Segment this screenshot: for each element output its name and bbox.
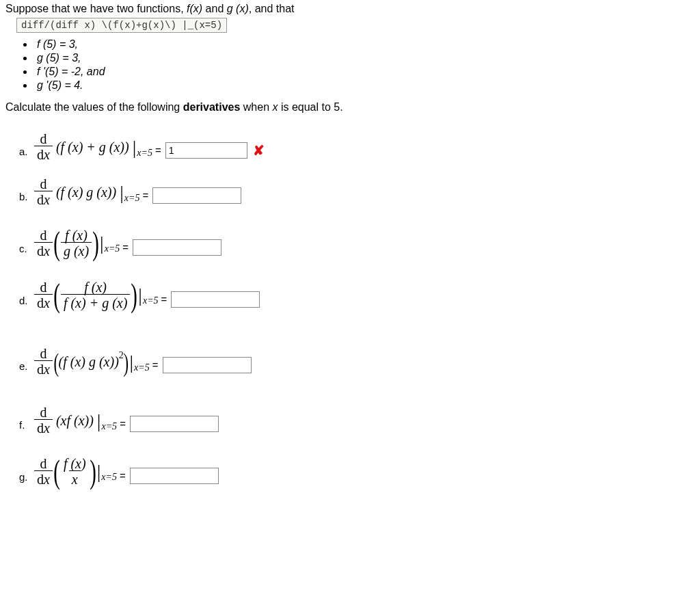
part-e: e. ddx ( (f (x) g (x))2 ) |x=5 = — [19, 330, 695, 377]
list-item: g '(5) = 4. — [34, 79, 695, 92]
answer-input-d[interactable] — [171, 291, 260, 308]
part-g: g. ddx ( f (x)x ) |x=5 = — [19, 440, 695, 488]
part-label-c: c. — [19, 243, 33, 260]
answer-input-f[interactable] — [130, 416, 219, 432]
part-label-e: e. — [19, 360, 33, 377]
part-f: f. ddx (xf (x)) |x=5 = — [19, 395, 695, 436]
list-item: f (5) = 3, — [34, 38, 695, 51]
part-label-g: g. — [19, 471, 33, 488]
code-expression: diff/(diff x) \(f(x)+g(x)\) |_(x=5) — [16, 18, 227, 33]
part-label-f: f. — [19, 419, 33, 436]
question-prompt: Calculate the values of the following de… — [5, 101, 695, 114]
wrong-icon: ✘ — [253, 142, 265, 163]
list-item: f '(5) = -2, and — [34, 66, 695, 78]
list-item: g (5) = 3, — [34, 52, 695, 64]
question-parts: a. ddx (f (x) + g (x)) |x=5 = ✘ b. ddx (… — [5, 122, 695, 488]
part-d: d. ddx ( f (x)f (x) + g (x) ) |x=5 = — [19, 264, 695, 312]
part-label-d: d. — [19, 295, 33, 312]
part-label-b: b. — [19, 191, 33, 208]
answer-input-b[interactable] — [152, 187, 241, 204]
intro-text: Suppose that we have two functions, f(x)… — [5, 3, 695, 15]
part-a: a. ddx (f (x) + g (x)) |x=5 = ✘ — [19, 122, 695, 163]
answer-input-c[interactable] — [133, 239, 221, 256]
answer-input-g[interactable] — [130, 468, 219, 484]
given-values-list: f (5) = 3, g (5) = 3, f '(5) = -2, and g… — [5, 38, 695, 92]
part-c: c. ddx ( f (x)g (x) ) |x=5 = — [19, 212, 695, 260]
part-label-a: a. — [19, 146, 33, 163]
answer-input-a[interactable] — [165, 142, 247, 159]
answer-input-e[interactable] — [163, 357, 252, 373]
part-b: b. ddx (f (x) g (x)) |x=5 = — [19, 167, 695, 208]
